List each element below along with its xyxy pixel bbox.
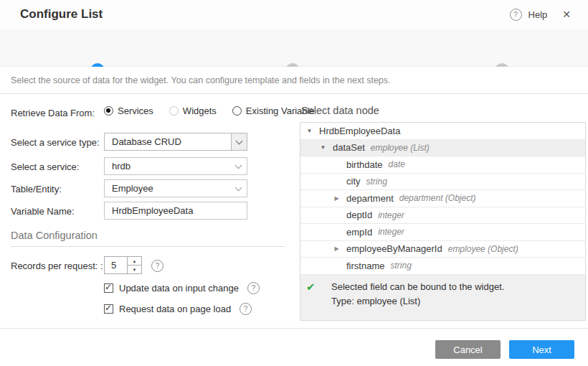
- success-check-icon: ✔: [306, 280, 319, 294]
- chevron-down-icon: [229, 187, 247, 190]
- configure-list-dialog: Configure List ? Help ✕ 1 Data 2 Templat…: [0, 0, 588, 366]
- tree-node-firstname[interactable]: firstnamestring: [300, 258, 585, 275]
- chevron-right-icon[interactable]: ▶: [332, 195, 341, 202]
- radio-label: Services: [118, 105, 153, 116]
- node-type: string: [390, 261, 411, 271]
- table-entity-value: Employee: [105, 183, 229, 194]
- variable-name-input[interactable]: HrdbEmployeeData: [104, 202, 247, 220]
- status-line2: Type: employee (List): [331, 294, 504, 309]
- chevron-right-icon[interactable]: ▶: [332, 245, 341, 252]
- checkbox-label: Request data on page load: [119, 304, 231, 314]
- request-data-help-icon[interactable]: ?: [240, 303, 252, 315]
- node-name: birthdate: [346, 159, 383, 170]
- help-icon[interactable]: ?: [510, 9, 522, 21]
- chevron-down-icon: [231, 133, 247, 150]
- node-name: HrdbEmployeeData: [319, 126, 400, 136]
- node-type: department (Object): [399, 193, 476, 203]
- chevron-down-icon[interactable]: ▼: [318, 144, 328, 151]
- node-name: department: [346, 193, 394, 204]
- update-data-help-icon[interactable]: ?: [247, 282, 260, 294]
- footer-divider: [0, 328, 588, 329]
- service-value: hrdb: [105, 161, 229, 172]
- node-type: date: [389, 159, 405, 169]
- select-data-node-heading: Select data node: [301, 105, 379, 116]
- service-label: Select a service:: [11, 161, 79, 172]
- node-type: integer: [378, 227, 404, 237]
- table-entity-select[interactable]: Employee: [104, 179, 247, 197]
- variable-name-label: Variable Name:: [11, 206, 75, 217]
- data-configuration-heading: Data Configuration: [11, 230, 98, 241]
- node-name: employeeByManagerId: [346, 243, 442, 254]
- service-select[interactable]: hrdb: [104, 157, 247, 175]
- service-type-value: Database CRUD: [105, 136, 231, 147]
- node-type: integer: [378, 210, 404, 220]
- tree-node-city[interactable]: citystring: [300, 174, 585, 191]
- records-spinner[interactable]: 5 ▲ ▼: [104, 256, 142, 274]
- radio-services[interactable]: Services: [104, 105, 153, 116]
- retrieve-data-radio-group: Services Widgets Existing Variable: [104, 105, 315, 116]
- node-name: deptId: [346, 210, 372, 220]
- data-node-panel: ▼HrdbEmployeeData▼dataSetemployee (List)…: [300, 122, 586, 321]
- next-button[interactable]: Next: [509, 340, 574, 359]
- chevron-down-icon: [229, 165, 247, 168]
- chevron-down-icon[interactable]: ▼: [305, 128, 314, 134]
- tree-node-HrdbEmployeeData[interactable]: ▼HrdbEmployeeData: [300, 123, 585, 140]
- tree-node-birthdate[interactable]: birthdatedate: [300, 156, 585, 174]
- cancel-button[interactable]: Cancel: [435, 340, 501, 359]
- selection-status: ✔ Selected field can be bound to the wid…: [300, 275, 585, 321]
- spinner-buttons: ▲ ▼: [127, 257, 141, 273]
- node-type: string: [366, 177, 387, 187]
- node-name: empId: [346, 227, 372, 238]
- status-text: Selected field can be bound to the widge…: [331, 280, 504, 309]
- tree-node-deptId[interactable]: deptIdinteger: [300, 207, 585, 225]
- service-type-select[interactable]: Database CRUD: [104, 133, 247, 151]
- help-link[interactable]: Help: [528, 9, 548, 20]
- spinner-down-icon[interactable]: ▼: [128, 266, 141, 273]
- tree-node-employeeByManagerId[interactable]: ▶employeeByManagerIdemployee (Object): [300, 241, 585, 258]
- tree-node-dataSet[interactable]: ▼dataSetemployee (List): [300, 140, 585, 157]
- dialog-titlebar: Configure List ? Help ✕: [0, 0, 588, 29]
- radio-label: Widgets: [183, 105, 217, 116]
- records-help-icon[interactable]: ?: [151, 260, 163, 272]
- service-type-label: Select a service type:: [11, 137, 100, 148]
- node-name: firstname: [346, 261, 384, 271]
- spinner-up-icon[interactable]: ▲: [128, 257, 141, 266]
- update-data-checkbox-row[interactable]: Update data on input change ?: [104, 282, 260, 294]
- retrieve-data-label: Retrieve Data From:: [11, 108, 95, 118]
- node-name: city: [346, 176, 361, 187]
- radio-unselected-icon: [232, 106, 242, 116]
- node-type: employee (Object): [448, 244, 518, 254]
- checkbox-label: Update data on input change: [119, 283, 239, 294]
- tree-node-department[interactable]: ▶departmentdepartment (Object): [300, 190, 585, 207]
- tree-node-empId[interactable]: empIdinteger: [300, 224, 585, 241]
- checkbox-checked-icon[interactable]: [104, 283, 113, 293]
- section-divider: [11, 246, 285, 247]
- radio-widgets[interactable]: Widgets: [169, 105, 217, 116]
- request-data-checkbox-row[interactable]: Request data on page load ?: [104, 303, 252, 315]
- node-name: dataSet: [333, 142, 365, 153]
- table-entity-label: Table/Entity:: [11, 184, 62, 194]
- titlebar-actions: ? Help ✕: [510, 0, 571, 29]
- checkbox-checked-icon[interactable]: [104, 304, 113, 314]
- data-node-tree: ▼HrdbEmployeeData▼dataSetemployee (List)…: [300, 123, 585, 275]
- dialog-title: Configure List: [20, 0, 103, 29]
- radio-selected-icon: [104, 106, 113, 116]
- close-icon[interactable]: ✕: [562, 9, 571, 20]
- records-value: 5: [105, 257, 127, 273]
- node-type: employee (List): [371, 143, 430, 153]
- records-per-request-label: Records per request: :: [11, 261, 103, 271]
- radio-unselected-icon: [169, 106, 179, 116]
- instruction-text: Select the source of data for the widget…: [0, 67, 588, 94]
- wizard-stepper: 1 Data 2 Template 3 Bind Fields: [0, 29, 588, 67]
- status-line1: Selected field can be bound to the widge…: [331, 280, 504, 294]
